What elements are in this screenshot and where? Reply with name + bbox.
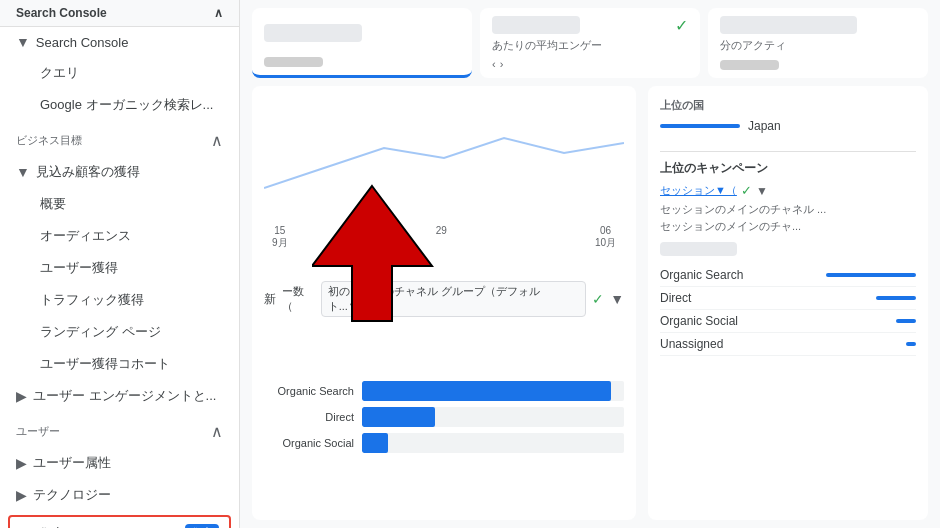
campaign-section: 上位のキャンペーン セッション▼（ ✓ ▼ セッションのメインのチャネル ...… [660, 151, 916, 356]
chevron-up-icon: ∧ [211, 422, 223, 441]
bar-fill-organic [362, 381, 611, 401]
check-icon-right: ✓ [741, 183, 752, 198]
sidebar: Search Console ∧ ▼ Search Console クエリ Go… [0, 0, 240, 528]
campaign-value-blur [660, 242, 737, 256]
chart-section: 15 9月 29 06 10月 新 ー数（ 初のメインのチャネ [240, 78, 940, 528]
main-content: あたりの平均エンゲー ✓ ‹ › 分のアクティ [240, 0, 940, 528]
tab-card-3[interactable]: 分のアクティ [708, 8, 928, 78]
campaign-title: 上位のキャンペーン [660, 160, 916, 177]
bar-label-organic: Organic Search [264, 385, 354, 397]
country-row-japan: Japan [660, 119, 916, 133]
highlighted-section-inner[interactable]: ▼ 集客 集客 [10, 517, 229, 528]
right-list-label-organic-social: Organic Social [660, 314, 888, 328]
right-list-label-unassigned: Unassigned [660, 337, 898, 351]
check-icon-chart: ✓ [592, 291, 604, 307]
sidebar-section-label: ユーザー [16, 424, 60, 439]
tab-card-2[interactable]: あたりの平均エンゲー ✓ ‹ › [480, 8, 700, 78]
sidebar-section-label: ユーザー エンゲージメントと... [33, 387, 216, 405]
sidebar-section-search-console[interactable]: ▼ Search Console [0, 27, 239, 57]
campaign-sub-sub-label: セッションのメインのチャ... [660, 219, 916, 234]
check-icon: ✓ [675, 16, 688, 35]
right-list-bar-organic-social [896, 319, 916, 323]
sidebar-item-label: ユーザー獲得コホート [40, 355, 170, 373]
chart-metric-label: ー数（ [282, 284, 315, 314]
bar-row-direct: Direct [264, 407, 624, 427]
sidebar-section-acquisition[interactable]: ▼ 見込み顧客の獲得 [0, 156, 239, 188]
right-list-bar-unassigned [906, 342, 916, 346]
sidebar-item-label: Google オーガニック検索レ... [40, 96, 213, 114]
tab-card-1[interactable] [252, 8, 472, 78]
sidebar-item-audience[interactable]: オーディエンス [0, 220, 239, 252]
card1-blur [264, 24, 362, 42]
left-chart: 15 9月 29 06 10月 新 ー数（ 初のメインのチャネ [252, 86, 636, 520]
bar-label-organic-social: Organic Social [264, 437, 354, 449]
sidebar-section-label: Search Console [36, 35, 129, 50]
chevron-left-icon[interactable]: ‹ [492, 58, 496, 70]
right-list-label-organic: Organic Search [660, 268, 818, 282]
sidebar-item-user-attr[interactable]: ▶ ユーザー属性 [0, 447, 239, 479]
card3-blur [720, 16, 857, 34]
sidebar-item-landing[interactable]: ランディング ページ [0, 316, 239, 348]
sidebar-item-cohort[interactable]: ユーザー獲得コホート [0, 348, 239, 380]
card3-blur2 [720, 60, 779, 70]
highlighted-label: 集客 [39, 525, 65, 529]
country-section: 上位の国 Japan [660, 98, 916, 141]
sidebar-section-engagement[interactable]: ▶ ユーザー エンゲージメントと... [0, 380, 239, 412]
card2-label: あたりの平均エンゲー [492, 38, 602, 53]
line-chart-svg [264, 98, 624, 218]
sidebar-top-label: Search Console [16, 6, 107, 20]
country-name-japan: Japan [748, 119, 781, 133]
chart-header: 新 ー数（ 初のメインのチャネル グループ（デフォルト...▼） ✓ ▼ [264, 281, 624, 317]
country-section-label: 上位の国 [660, 98, 916, 113]
sidebar-item-label: トラフィック獲得 [40, 291, 144, 309]
sidebar-item-technology[interactable]: ▶ テクノロジー [0, 479, 239, 511]
card1-blur2 [264, 57, 323, 67]
card3-label: 分のアクティ [720, 38, 916, 53]
dropdown-icon-chart[interactable]: ▼ [610, 291, 624, 307]
card2-blur [492, 16, 580, 34]
highlighted-section[interactable]: ▼ 集客 集客 [8, 515, 231, 528]
bar-label-direct: Direct [264, 411, 354, 423]
chevron-right-icon[interactable]: › [500, 58, 504, 70]
sidebar-top-header: Search Console ∧ [0, 0, 239, 27]
timeline-label-2: 29 [436, 225, 447, 250]
right-list-row-unassigned: Unassigned [660, 333, 916, 356]
chart-line-area: 15 9月 29 06 10月 [264, 98, 624, 281]
chevron-down-icon: ▼ [16, 34, 30, 50]
sidebar-item-label: クエリ [40, 64, 79, 82]
right-list-row-direct: Direct [660, 287, 916, 310]
sidebar-item-overview[interactable]: 概要 [0, 188, 239, 220]
sidebar-item-query[interactable]: クエリ [0, 57, 239, 89]
sidebar-item-traffic-acq[interactable]: トラフィック獲得 [0, 284, 239, 316]
country-bar-japan [660, 124, 740, 128]
sidebar-item-organic[interactable]: Google オーガニック検索レ... [0, 89, 239, 121]
bar-track-direct [362, 407, 624, 427]
sidebar-item-label: 概要 [40, 195, 66, 213]
sidebar-item-label: ユーザー獲得 [40, 259, 118, 277]
sidebar-section-label: ビジネス目標 [16, 133, 82, 148]
sidebar-section-user[interactable]: ユーザー ∧ [0, 412, 239, 447]
bar-fill-organic-social [362, 433, 388, 453]
chevron-right-icon: ▶ [16, 388, 27, 404]
dropdown-icon-right[interactable]: ▼ [756, 184, 768, 198]
chart-new-label: 新 [264, 291, 276, 308]
bar-fill-direct [362, 407, 435, 427]
right-list-row-organic-social: Organic Social [660, 310, 916, 333]
sidebar-item-label: ランディング ページ [40, 323, 161, 341]
campaign-metric-label[interactable]: セッション▼（ [660, 183, 737, 198]
right-list-row-organic: Organic Search [660, 264, 916, 287]
chart-dimension-dropdown[interactable]: 初のメインのチャネル グループ（デフォルト...▼） [321, 281, 586, 317]
bar-track-organic [362, 381, 624, 401]
chart-dimension-label: 初のメインのチャネル グループ（デフォルト...▼） [328, 285, 540, 312]
campaign-metric-row: セッション▼（ ✓ ▼ [660, 183, 916, 198]
sidebar-item-label: テクノロジー [33, 486, 111, 504]
sidebar-section-business-goals[interactable]: ビジネス目標 ∧ [0, 121, 239, 156]
sidebar-item-label: ユーザー属性 [33, 454, 111, 472]
timeline-label-3: 06 10月 [595, 225, 616, 250]
bar-row-organic: Organic Search [264, 381, 624, 401]
sidebar-item-user-acq[interactable]: ユーザー獲得 [0, 252, 239, 284]
bar-chart-area: Organic Search Direct Organic Social [264, 325, 624, 508]
right-list-bar-direct [876, 296, 916, 300]
chevron-up-icon: ∧ [211, 131, 223, 150]
highlighted-badge: 集客 [185, 524, 219, 528]
